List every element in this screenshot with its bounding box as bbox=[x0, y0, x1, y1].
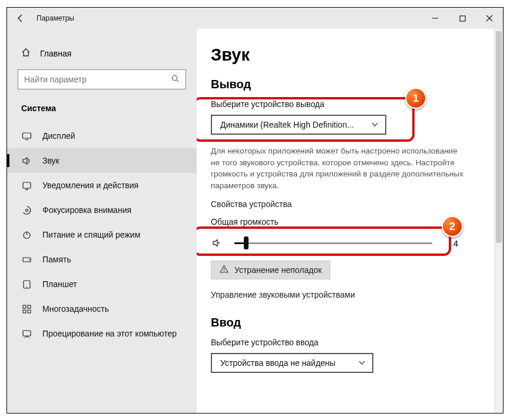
notifications-icon bbox=[21, 180, 32, 191]
sidebar-nav: Дисплей Звук Уведомления и действия Фоку… bbox=[7, 124, 197, 346]
multitasking-icon bbox=[21, 304, 32, 314]
warning-icon bbox=[220, 265, 228, 275]
main-content: Звук Вывод Выберите устройство вывода Ди… bbox=[197, 29, 503, 413]
power-icon bbox=[21, 229, 32, 240]
volume-label: Общая громкость bbox=[211, 217, 481, 226]
input-device-selected: Устройства ввода не найдены bbox=[220, 358, 336, 368]
sidebar-item-projecting[interactable]: Проецирование на этот компьютер bbox=[7, 321, 197, 346]
input-heading: Ввод bbox=[211, 316, 481, 329]
volume-slider[interactable] bbox=[234, 242, 432, 244]
search-icon bbox=[171, 74, 180, 85]
svg-line-3 bbox=[177, 80, 178, 82]
volume-row: 4 bbox=[211, 231, 458, 255]
svg-rect-18 bbox=[23, 331, 31, 336]
home-icon bbox=[21, 48, 31, 59]
window-title: Параметры bbox=[37, 14, 74, 22]
sidebar: Главная Система Дисплей Звук bbox=[7, 29, 197, 413]
sidebar-item-label: Проецирование на этот компьютер bbox=[42, 329, 177, 338]
sidebar-item-label: Уведомления и действия bbox=[42, 181, 138, 190]
chevron-down-icon bbox=[372, 121, 378, 129]
troubleshoot-label: Устранение неполадок bbox=[234, 265, 322, 275]
focus-icon bbox=[21, 205, 32, 215]
svg-rect-16 bbox=[23, 310, 26, 313]
storage-icon bbox=[21, 254, 32, 265]
svg-rect-6 bbox=[23, 182, 31, 188]
content-scrollbar[interactable] bbox=[494, 29, 503, 413]
minimize-button[interactable] bbox=[422, 8, 449, 29]
output-device-label: Выберите устройство вывода bbox=[211, 99, 481, 109]
tablet-icon bbox=[21, 279, 32, 289]
sidebar-item-power[interactable]: Питание и спящий режим bbox=[7, 222, 197, 247]
sidebar-item-focus[interactable]: Фокусировка внимания bbox=[7, 198, 197, 222]
page-title: Звук bbox=[211, 45, 481, 65]
svg-point-2 bbox=[172, 75, 177, 80]
maximize-button[interactable] bbox=[449, 8, 476, 29]
input-device-dropdown[interactable]: Устройства ввода не найдены bbox=[211, 353, 373, 373]
output-heading: Вывод bbox=[211, 78, 481, 91]
sidebar-item-label: Память bbox=[42, 255, 71, 264]
sidebar-item-label: Звук bbox=[42, 156, 59, 165]
svg-rect-14 bbox=[23, 305, 26, 308]
output-device-selected: Динамики (Realtek High Definition... bbox=[220, 120, 354, 129]
svg-point-7 bbox=[25, 209, 28, 211]
svg-rect-17 bbox=[28, 310, 31, 313]
manage-devices-link[interactable]: Управление звуковыми устройствами bbox=[211, 290, 481, 299]
speaker-icon[interactable] bbox=[211, 236, 224, 249]
window-buttons bbox=[422, 8, 503, 29]
sidebar-item-label: Многозадачность bbox=[42, 304, 109, 314]
settings-window: Параметры Главная bbox=[6, 7, 504, 414]
back-button[interactable] bbox=[13, 11, 28, 26]
volume-slider-thumb[interactable] bbox=[244, 236, 249, 249]
home-label: Главная bbox=[40, 49, 71, 58]
troubleshoot-button[interactable]: Устранение неполадок bbox=[211, 261, 330, 279]
svg-rect-4 bbox=[22, 133, 31, 138]
svg-rect-1 bbox=[460, 16, 465, 21]
sidebar-item-multitasking[interactable]: Многозадачность bbox=[7, 296, 197, 321]
search-input[interactable] bbox=[18, 69, 186, 89]
close-button[interactable] bbox=[476, 8, 503, 29]
search-field[interactable] bbox=[24, 75, 171, 84]
output-help-text: Для некоторых приложений может быть наст… bbox=[211, 145, 464, 191]
sound-icon bbox=[21, 155, 32, 166]
sidebar-item-label: Питание и спящий режим bbox=[42, 230, 140, 239]
device-properties-link[interactable]: Свойства устройства bbox=[211, 199, 481, 209]
sidebar-item-label: Дисплей bbox=[42, 131, 75, 141]
volume-value: 4 bbox=[443, 238, 458, 248]
svg-point-20 bbox=[224, 271, 225, 272]
input-device-label: Выберите устройство ввода bbox=[211, 338, 481, 347]
svg-point-13 bbox=[26, 286, 27, 288]
scrollbar-thumb[interactable] bbox=[496, 31, 502, 243]
sidebar-item-notifications[interactable]: Уведомления и действия bbox=[7, 173, 197, 198]
svg-point-11 bbox=[28, 259, 29, 260]
sidebar-item-label: Планшет bbox=[42, 279, 77, 289]
sidebar-item-storage[interactable]: Память bbox=[7, 247, 197, 272]
sidebar-item-tablet[interactable]: Планшет bbox=[7, 272, 197, 296]
svg-rect-15 bbox=[28, 305, 31, 308]
sidebar-section-heading: Система bbox=[16, 101, 187, 124]
titlebar: Параметры bbox=[7, 8, 503, 29]
sidebar-item-sound[interactable]: Звук bbox=[7, 148, 197, 173]
display-icon bbox=[21, 131, 32, 141]
sidebar-item-label: Фокусировка внимания bbox=[42, 205, 131, 215]
sidebar-item-display[interactable]: Дисплей bbox=[7, 124, 197, 148]
output-device-dropdown[interactable]: Динамики (Realtek High Definition... bbox=[211, 115, 386, 135]
projecting-icon bbox=[21, 328, 32, 339]
home-link[interactable]: Главная bbox=[16, 45, 187, 67]
chevron-down-icon bbox=[359, 359, 365, 367]
